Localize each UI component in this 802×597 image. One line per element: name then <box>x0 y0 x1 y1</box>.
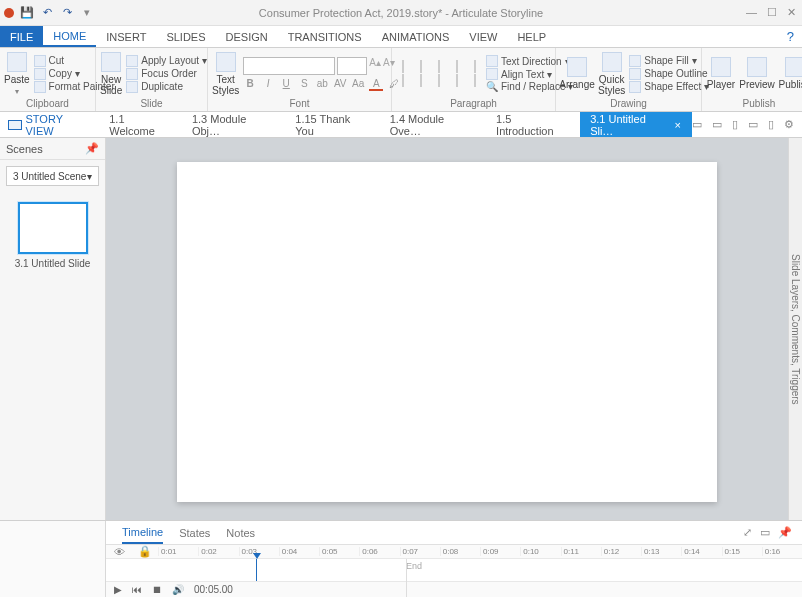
align-center-button[interactable] <box>414 75 428 86</box>
tab-help[interactable]: HELP <box>507 26 556 47</box>
slide-tab[interactable]: 1.5 Introduction <box>486 112 580 137</box>
slide-tab[interactable]: 1.15 Thank You <box>285 112 379 137</box>
qat-more-icon[interactable]: ▾ <box>80 6 94 20</box>
tab-insert[interactable]: INSERT <box>96 26 156 47</box>
timeline-track-area[interactable]: End <box>106 559 802 581</box>
bold-button[interactable]: B <box>243 78 257 91</box>
ribbon: Paste ▾ Cut Copy ▾ Format Painter Clipbo… <box>0 48 802 112</box>
focus-order-button[interactable]: Focus Order <box>126 68 207 80</box>
redo-icon[interactable]: ↷ <box>60 6 74 20</box>
stop-button[interactable]: ⏹ <box>152 584 162 595</box>
group-publish: Player Preview Publish Publish <box>702 48 802 111</box>
timeline-volume-icon[interactable]: 🔊 <box>172 584 184 595</box>
story-view-icon <box>8 120 22 130</box>
publish-button[interactable]: Publish <box>778 50 802 97</box>
close-button[interactable]: ✕ <box>787 6 796 19</box>
underline-button[interactable]: U <box>279 78 293 91</box>
notes-tab[interactable]: Notes <box>226 523 255 543</box>
rewind-button[interactable]: ⏮ <box>132 584 142 595</box>
align-right-button[interactable] <box>432 75 446 86</box>
timeline-undock-icon[interactable]: ▭ <box>760 526 770 539</box>
quick-styles-button[interactable]: Quick Styles <box>598 50 625 97</box>
outdent-button[interactable] <box>432 61 446 72</box>
align-left-button[interactable] <box>396 75 410 86</box>
slide-tab[interactable]: 1.3 Module Obj… <box>182 112 285 137</box>
player-button[interactable]: Player <box>706 50 736 97</box>
help-icon[interactable]: ? <box>779 26 802 47</box>
slide-tabs-bar: STORY VIEW 1.1 Welcome 1.3 Module Obj… 1… <box>0 112 802 138</box>
undo-icon[interactable]: ↶ <box>40 6 54 20</box>
tab-home[interactable]: HOME <box>43 26 96 47</box>
line-spacing-button[interactable] <box>468 61 482 72</box>
tab-slides[interactable]: SLIDES <box>156 26 215 47</box>
playhead[interactable] <box>256 559 257 581</box>
slide-thumbnail[interactable] <box>18 202 88 254</box>
lock-column-icon[interactable]: 🔒 <box>132 545 158 558</box>
play-button[interactable]: ▶ <box>114 584 122 595</box>
main-area: Scenes 📌 3 Untitled Scene ▾ 3.1 Untitled… <box>0 138 802 520</box>
group-slide: New Slide Apply Layout ▾ Focus Order Dup… <box>96 48 208 111</box>
tablet-landscape-icon[interactable]: ▭ <box>712 118 722 131</box>
bullets-button[interactable] <box>396 61 410 72</box>
apply-layout-button[interactable]: Apply Layout ▾ <box>126 55 207 67</box>
font-color-button[interactable]: A <box>369 78 383 91</box>
arrange-button[interactable]: Arrange <box>560 50 594 97</box>
tab-close-icon[interactable]: × <box>675 119 681 131</box>
save-icon[interactable]: 💾 <box>20 6 34 20</box>
timeline-pin-icon[interactable]: 📌 <box>778 526 792 539</box>
duplicate-icon <box>126 81 138 93</box>
preview-button[interactable]: Preview <box>740 50 774 97</box>
group-clipboard: Paste ▾ Cut Copy ▾ Format Painter Clipbo… <box>0 48 96 111</box>
format-painter-icon <box>34 81 46 93</box>
text-styles-button[interactable]: Text Styles <box>212 50 239 97</box>
desktop-view-icon[interactable]: ▭ <box>692 118 702 131</box>
maximize-button[interactable]: ☐ <box>767 6 777 19</box>
phone-portrait-icon[interactable]: ▯ <box>768 118 774 131</box>
states-tab[interactable]: States <box>179 523 210 543</box>
tab-transitions[interactable]: TRANSITIONS <box>278 26 372 47</box>
spacing-button[interactable]: AV <box>333 78 347 91</box>
case-button[interactable]: Aa <box>351 78 365 91</box>
scene-select[interactable]: 3 Untitled Scene ▾ <box>6 166 99 186</box>
phone-landscape-icon[interactable]: ▭ <box>748 118 758 131</box>
settings-icon[interactable]: ⚙ <box>784 118 794 131</box>
font-size-select[interactable] <box>337 57 367 75</box>
tab-design[interactable]: DESIGN <box>216 26 278 47</box>
new-slide-button[interactable]: New Slide <box>100 50 122 97</box>
canvas[interactable] <box>106 138 788 520</box>
tablet-portrait-icon[interactable]: ▯ <box>732 118 738 131</box>
justify-button[interactable] <box>450 75 464 86</box>
numbering-button[interactable] <box>414 61 428 72</box>
tab-file[interactable]: FILE <box>0 26 43 47</box>
timeline-tab[interactable]: Timeline <box>122 522 163 544</box>
indent-button[interactable] <box>450 61 464 72</box>
tab-view[interactable]: VIEW <box>459 26 507 47</box>
timeline-left-gutter <box>0 521 106 597</box>
scenes-title: Scenes <box>6 143 43 155</box>
pin-icon[interactable]: 📌 <box>85 142 99 155</box>
strike-button[interactable]: S <box>297 78 311 91</box>
shadow-button[interactable]: ab <box>315 78 329 91</box>
tab-animations[interactable]: ANIMATIONS <box>372 26 460 47</box>
timeline-panel: Timeline States Notes ⤢ ▭ 📌 👁 🔒 0:010:02… <box>0 520 802 597</box>
duplicate-button[interactable]: Duplicate <box>126 81 207 93</box>
timeline-end-marker[interactable]: End <box>406 561 422 571</box>
slide-tab[interactable]: 1.1 Welcome <box>99 112 182 137</box>
font-family-select[interactable] <box>243 57 335 75</box>
paragraph-label: Paragraph <box>396 97 551 111</box>
paste-button[interactable]: Paste ▾ <box>4 50 30 97</box>
columns-button[interactable] <box>468 75 482 86</box>
device-view-icons: ▭ ▭ ▯ ▭ ▯ ⚙ <box>692 118 802 131</box>
grow-font-icon[interactable]: A▴ <box>369 57 381 75</box>
side-panel-collapsed[interactable]: Slide Layers, Comments, Triggers <box>788 138 802 520</box>
slide-tab[interactable]: 1.4 Module Ove… <box>380 112 486 137</box>
visibility-column-icon[interactable]: 👁 <box>106 546 132 558</box>
timeline-zoom-icon[interactable]: ⤢ <box>743 526 752 539</box>
slide-tab-active[interactable]: 3.1 Untitled Sli… × <box>580 112 692 137</box>
minimize-button[interactable]: — <box>746 6 757 19</box>
story-view-button[interactable]: STORY VIEW <box>0 113 99 137</box>
slide-surface[interactable] <box>177 162 717 502</box>
timeline-duration: 00:05.00 <box>194 584 233 595</box>
menu-tabs: FILE HOME INSERT SLIDES DESIGN TRANSITIO… <box>0 26 802 48</box>
italic-button[interactable]: I <box>261 78 275 91</box>
